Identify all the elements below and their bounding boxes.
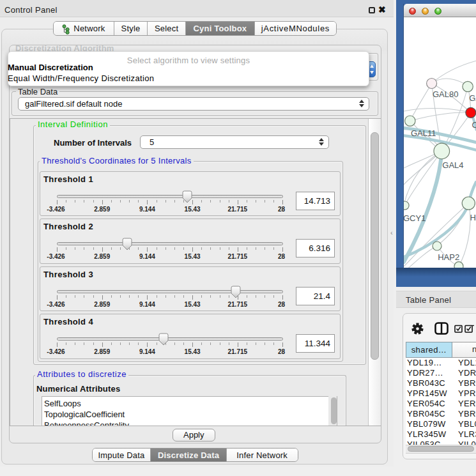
svg-text:GAL11: GAL11 [411,128,436,138]
svg-text:GCY1: GCY1 [404,213,426,223]
svg-text:GAL4: GAL4 [442,160,463,170]
svg-text:HA: HA [470,213,476,222]
svg-text:CY: CY [472,120,476,130]
svg-text:GA: GA [469,93,476,103]
svg-text:GAL80: GAL80 [433,89,458,99]
svg-text:HAP2: HAP2 [438,252,459,262]
